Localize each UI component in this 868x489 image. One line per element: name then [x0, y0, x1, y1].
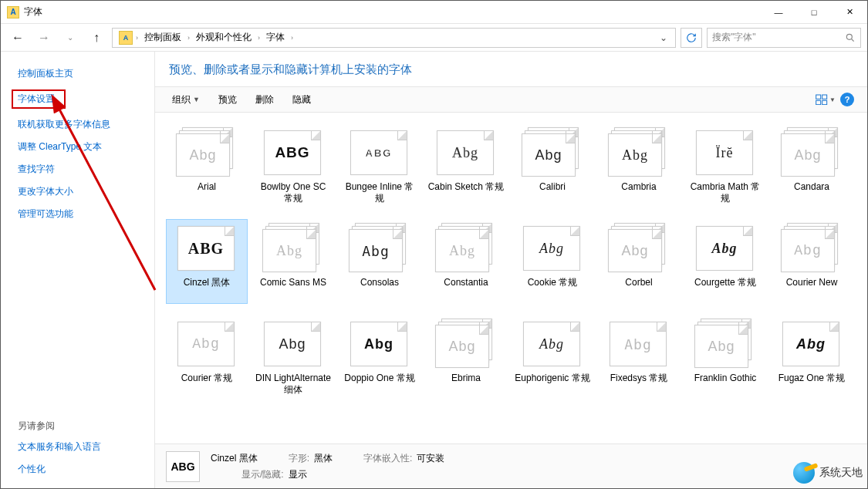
embed-label: 字体嵌入性: [363, 453, 412, 464]
help-button[interactable]: ? [836, 90, 858, 109]
font-sample-text: ABG [275, 144, 309, 161]
font-label: Fugaz One 常规 [778, 373, 846, 396]
refresh-icon [686, 32, 697, 43]
font-item[interactable]: AbgCorbel [598, 219, 680, 304]
address-dropdown[interactable]: ⌄ [655, 32, 672, 43]
chevron-right-icon[interactable]: › [258, 34, 260, 42]
view-icon [816, 94, 828, 105]
svg-point-0 [846, 34, 852, 39]
close-button[interactable]: ✕ [832, 1, 867, 24]
preview-button[interactable]: 预览 [211, 90, 245, 110]
font-preview-tile: Abg [176, 319, 238, 368]
font-label: DIN LightAlternate 细体 [255, 373, 332, 396]
back-button[interactable]: ← [7, 27, 29, 49]
maximize-button[interactable]: □ [796, 1, 832, 24]
font-item[interactable]: AbgCandara [771, 123, 853, 208]
sidebar-link-text-services[interactable]: 文本服务和输入语言 [18, 440, 140, 454]
font-preview-tile: Abg [435, 127, 497, 177]
sidebar-link-more-fonts[interactable]: 联机获取更多字体信息 [18, 118, 140, 131]
title-bar: A 字体 — □ ✕ [1, 1, 867, 24]
font-item[interactable]: AbgEuphorigenic 常规 [512, 315, 593, 400]
font-label: Cookie 常规 [528, 277, 578, 300]
font-item[interactable]: AbgFixedsys 常规 [598, 315, 680, 400]
font-sample-text: Ïrĕ [716, 145, 734, 161]
font-preview-tile: Abg [262, 223, 324, 272]
chevron-right-icon[interactable]: › [136, 34, 138, 42]
font-sample-text: Abg [452, 145, 478, 161]
font-preview-tile: Abg [522, 127, 583, 177]
recent-dropdown[interactable]: ⌄ [59, 27, 81, 49]
font-sample-text: Abg [796, 336, 826, 352]
font-item[interactable]: AbgCambria [598, 123, 680, 208]
font-label: Courier New [786, 277, 838, 300]
font-sample-text: Abg [362, 243, 390, 259]
font-item[interactable]: AbgConstantia [425, 219, 507, 304]
address-bar[interactable]: A › 控制面板 › 外观和个性化 › 字体 › ⌄ [112, 28, 676, 48]
font-label: Bungee Inline 常规 [341, 181, 418, 204]
svg-rect-2 [816, 95, 821, 99]
font-preview-tile: Abg [435, 319, 497, 368]
sidebar-link-font-settings[interactable]: 字体设置 [12, 89, 66, 109]
font-item[interactable]: AbgConsolas [339, 219, 420, 304]
sidebar-link-change-size[interactable]: 更改字体大小 [18, 185, 140, 198]
refresh-button[interactable] [681, 28, 702, 48]
font-preview-tile: Abg [781, 127, 843, 177]
sidebar-link-optional-features[interactable]: 管理可选功能 [18, 207, 140, 221]
font-grid[interactable]: AbgArialABGBowlby One SC 常规ABGBungee Inl… [155, 113, 867, 443]
sidebar-link-home[interactable]: 控制面板主页 [18, 67, 140, 80]
font-sample-text: Abg [364, 336, 393, 352]
navigation-bar: ← → ⌄ ↑ A › 控制面板 › 外观和个性化 › 字体 › ⌄ 搜索"字体… [1, 24, 867, 52]
content-area: 预览、删除或者显示和隐藏计算机上安装的字体 组织 ▼ 预览 删除 隐藏 ▼ ? … [155, 52, 867, 488]
chevron-right-icon[interactable]: › [187, 34, 190, 42]
forward-button[interactable]: → [33, 27, 55, 49]
font-item[interactable]: AbgCalibri [512, 123, 593, 208]
font-item[interactable]: AbgArial [166, 123, 248, 208]
font-label: Doppio One 常规 [344, 373, 414, 396]
font-item[interactable]: ÏrĕCambria Math 常规 [684, 123, 766, 208]
font-item[interactable]: AbgCabin Sketch 常规 [425, 123, 507, 208]
font-preview-tile: Abg [176, 127, 238, 177]
font-item[interactable]: AbgComic Sans MS [252, 219, 334, 304]
view-options-button[interactable]: ▼ [815, 90, 836, 109]
up-button[interactable]: ↑ [86, 27, 107, 49]
font-item[interactable]: ABGCinzel 黑体 [166, 219, 248, 304]
watermark-icon [793, 462, 815, 484]
font-sample-text: Abg [448, 339, 475, 355]
font-sample-text: Abg [189, 147, 216, 164]
organize-button[interactable]: 组织 ▼ [164, 90, 208, 110]
showhide-label: 显示/隐藏: [241, 469, 284, 480]
font-item[interactable]: AbgEbrima [425, 315, 507, 400]
font-sample-text: ABG [188, 240, 224, 258]
font-label: Arial [198, 181, 216, 204]
breadcrumb-item[interactable]: 控制面板 [141, 31, 184, 44]
font-item[interactable]: AbgCourier New [771, 219, 853, 304]
sidebar-link-find-char[interactable]: 查找字符 [18, 163, 140, 176]
sidebar-link-personalization[interactable]: 个性化 [18, 463, 140, 476]
font-item[interactable]: AbgFranklin Gothic [684, 315, 766, 400]
font-item[interactable]: AbgFugaz One 常规 [771, 315, 853, 400]
search-input[interactable]: 搜索"字体" [707, 28, 861, 48]
font-sample-text: Abg [279, 336, 306, 352]
font-item[interactable]: AbgDIN LightAlternate 细体 [252, 315, 334, 400]
showhide-value: 显示 [289, 469, 307, 480]
help-icon: ? [840, 93, 854, 106]
font-item[interactable]: ABGBungee Inline 常规 [339, 123, 420, 208]
font-label: Corbel [625, 277, 652, 300]
hide-button[interactable]: 隐藏 [285, 90, 319, 110]
breadcrumb-item[interactable]: 字体 [263, 31, 288, 44]
chevron-right-icon[interactable]: › [291, 34, 293, 42]
font-label: Candara [794, 181, 829, 204]
font-sample-text: Abg [708, 339, 735, 355]
page-heading: 预览、删除或者显示和隐藏计算机上安装的字体 [155, 52, 867, 86]
font-item[interactable]: AbgCookie 常规 [512, 219, 593, 304]
font-item[interactable]: ABGBowlby One SC 常规 [252, 123, 334, 208]
minimize-button[interactable]: — [761, 1, 796, 24]
font-preview-tile: Abg [435, 223, 497, 272]
details-pane: ABG Cinzel 黑体 字形:黑体 字体嵌入性:可安装 显示/隐藏:显示 [155, 443, 867, 488]
font-item[interactable]: AbgDoppio One 常规 [339, 315, 420, 400]
font-item[interactable]: AbgCourgette 常规 [684, 219, 766, 304]
breadcrumb-item[interactable]: 外观和个性化 [193, 31, 255, 44]
delete-button[interactable]: 删除 [248, 90, 282, 110]
sidebar-link-cleartype[interactable]: 调整 ClearType 文本 [18, 140, 140, 153]
font-item[interactable]: AbgCourier 常规 [166, 315, 248, 400]
